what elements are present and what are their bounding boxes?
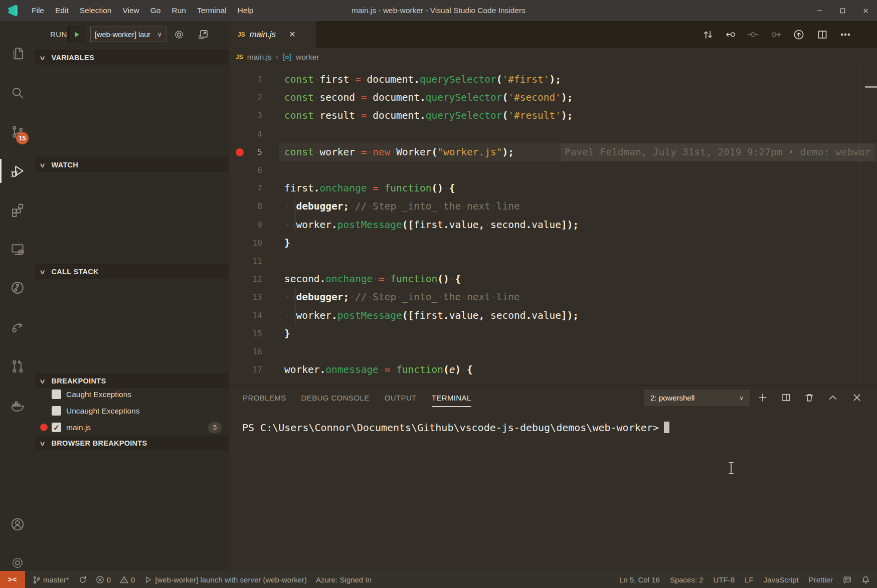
gear-icon[interactable] — [171, 28, 187, 42]
panel-tab-problems[interactable]: PROBLEMS — [243, 390, 286, 405]
new-terminal-icon[interactable] — [755, 390, 771, 405]
panel-tab-output[interactable]: OUTPUT — [385, 390, 417, 405]
breakpoint-row-caught-exceptions[interactable]: Caught Exceptions — [35, 386, 229, 403]
more-actions-icon[interactable] — [837, 28, 853, 42]
activity-explorer-icon[interactable] — [0, 40, 35, 66]
line-number[interactable]: 16 — [229, 343, 262, 361]
code-line-16[interactable]: 16 — [229, 343, 877, 361]
breakpoint-row-main.js[interactable]: ✓main.js5 — [35, 419, 229, 436]
panel-tab-terminal[interactable]: TERMINAL — [432, 390, 471, 405]
line-number[interactable]: 11 — [229, 252, 262, 270]
status-bell-icon[interactable] — [861, 575, 870, 584]
menu-edit[interactable]: Edit — [50, 0, 74, 21]
status-0[interactable]: 0 — [96, 575, 111, 584]
code-line-11[interactable]: 11 — [229, 252, 877, 270]
close-button[interactable] — [854, 0, 877, 21]
menu-selection[interactable]: Selection — [74, 0, 117, 21]
code-line-7[interactable]: 7first.onchange·=·function()·{ — [229, 179, 877, 198]
navigate-back-icon[interactable] — [723, 28, 739, 42]
line-number[interactable]: 12 — [229, 270, 262, 288]
checkbox[interactable] — [52, 406, 61, 416]
breadcrumb[interactable]: JS main.js › worker — [229, 48, 319, 67]
code-line-4[interactable]: 4 — [229, 125, 877, 143]
activity-source-control-icon[interactable]: 15 — [0, 119, 35, 145]
split-editor-icon[interactable] — [814, 28, 830, 42]
remote-indicator[interactable]: >< — [0, 571, 25, 588]
activity-extensions-icon[interactable] — [0, 197, 35, 223]
breadcrumb-file[interactable]: main.js — [247, 53, 272, 62]
code-line-2[interactable]: 2const·second·=·document.querySelector('… — [229, 89, 877, 107]
line-number[interactable]: 9 — [229, 216, 262, 234]
status-master[interactable]: master* — [32, 575, 69, 584]
activity-remote-explorer-icon[interactable] — [0, 236, 35, 262]
kill-terminal-icon[interactable] — [801, 390, 817, 405]
code-line-6[interactable]: 6 — [229, 161, 877, 179]
activity-run-and-debug-icon[interactable] — [0, 158, 35, 184]
maximize-button[interactable] — [831, 0, 854, 21]
status-spaces-2[interactable]: Spaces: 2 — [670, 575, 704, 584]
line-number[interactable]: 10 — [229, 234, 262, 252]
activity-accounts-icon[interactable] — [0, 511, 35, 537]
menu-view[interactable]: View — [117, 0, 144, 21]
line-number[interactable]: 2 — [229, 89, 262, 107]
menu-run[interactable]: Run — [166, 0, 191, 21]
split-terminal-icon[interactable] — [778, 390, 794, 405]
line-number[interactable]: 8 — [229, 198, 262, 216]
activity-search-icon[interactable] — [0, 80, 35, 106]
activity-live-share-icon[interactable] — [0, 314, 35, 340]
status-javascript[interactable]: JavaScript — [764, 575, 799, 584]
section-header-browser-breakpoints[interactable]: ∨BROWSER BREAKPOINTS — [35, 436, 229, 450]
activity-gitlens-icon[interactable] — [0, 275, 35, 301]
code-line-9[interactable]: 9··worker.postMessage([first.value,·seco… — [229, 216, 877, 234]
code-line-1[interactable]: 1const·first·=·document.querySelector('#… — [229, 71, 877, 89]
status-lf[interactable]: LF — [745, 575, 754, 584]
status-ln-5-col-16[interactable]: Ln 5, Col 16 — [619, 575, 660, 584]
navigate-position-icon[interactable] — [745, 28, 761, 42]
maximize-panel-icon[interactable] — [825, 390, 841, 405]
status-feedback-icon[interactable] — [843, 575, 851, 584]
line-number[interactable]: 13 — [229, 288, 262, 306]
menu-file[interactable]: File — [26, 0, 50, 21]
line-number[interactable]: 7 — [229, 179, 262, 198]
menu-terminal[interactable]: Terminal — [192, 0, 232, 21]
code-line-12[interactable]: 12second.onchange·=·function()·{ — [229, 270, 877, 288]
menu-go[interactable]: Go — [145, 0, 166, 21]
code-editor[interactable]: JS main.js › worker 1const·first·=·docum… — [229, 48, 877, 385]
breadcrumb-symbol[interactable]: worker — [296, 53, 319, 62]
line-number[interactable]: 15 — [229, 325, 262, 343]
code-line-5[interactable]: 5const·worker·=·new·Worker("worker.js");… — [229, 143, 877, 161]
status-sync-icon[interactable] — [78, 575, 87, 584]
close-panel-icon[interactable] — [849, 390, 865, 405]
section-header-watch[interactable]: ∨WATCH — [35, 157, 229, 172]
terminal-picker-dropdown[interactable]: 2: powershell ∨ — [644, 389, 750, 406]
open-changes-icon[interactable] — [700, 28, 716, 42]
menu-help[interactable]: Help — [232, 0, 259, 21]
line-number[interactable]: 4 — [229, 125, 262, 143]
tab-main-js[interactable]: JS main.js ✕ — [229, 21, 316, 48]
launch-config-dropdown[interactable]: [web-worker] laur ∨ — [90, 27, 166, 42]
code-line-8[interactable]: 8··debugger;·//·Step·_into_·the·next·lin… — [229, 198, 877, 216]
code-line-14[interactable]: 14··worker.postMessage([first.value,·sec… — [229, 307, 877, 325]
status-prettier[interactable]: Prettier — [809, 575, 833, 584]
line-number[interactable]: 5 — [229, 143, 262, 161]
line-number[interactable]: 3 — [229, 107, 262, 125]
close-tab-icon[interactable]: ✕ — [287, 29, 298, 40]
status-azure-signed-in[interactable]: Azure: Signed In — [316, 575, 372, 584]
timeline-icon[interactable] — [791, 28, 807, 42]
section-header-variables[interactable]: ∨VARIABLES — [35, 50, 229, 65]
line-number[interactable]: 1 — [229, 71, 262, 89]
status-0[interactable]: 0 — [120, 575, 135, 584]
code-lines[interactable]: 1const·first·=·document.querySelector('#… — [229, 71, 877, 385]
debug-console-icon[interactable] — [196, 28, 211, 42]
code-line-3[interactable]: 3const·result·=·document.querySelector('… — [229, 107, 877, 125]
code-line-17[interactable]: 17worker.onmessage·=·function(e)·{ — [229, 361, 877, 379]
line-number[interactable]: 6 — [229, 161, 262, 179]
terminal[interactable]: PS C:\Users\Connor\Documents\Github\vsco… — [229, 410, 877, 571]
checkbox[interactable] — [52, 389, 61, 399]
scrollbar-thumb[interactable] — [865, 86, 877, 88]
minimize-button[interactable] — [808, 0, 831, 21]
breakpoint-row-uncaught-exceptions[interactable]: Uncaught Exceptions — [35, 403, 229, 419]
status-utf-8[interactable]: UTF-8 — [714, 575, 735, 584]
code-line-10[interactable]: 10} — [229, 234, 877, 252]
navigate-forward-icon[interactable] — [768, 28, 784, 42]
